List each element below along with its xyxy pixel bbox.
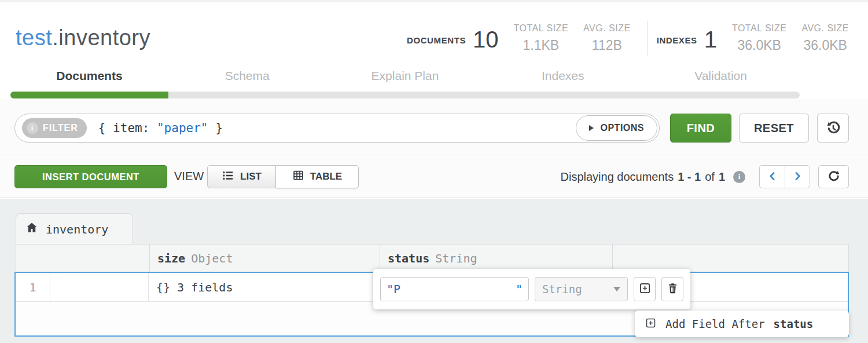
tab-schema[interactable]: Schema xyxy=(168,63,326,100)
pagination-controls: Displaying documents 1 - 1 of 1 i xyxy=(561,165,849,188)
query-string-value: "paper" xyxy=(157,121,208,135)
list-label: LIST xyxy=(240,171,262,183)
total-size-value: 36.0KB xyxy=(737,38,781,53)
tab-label: Documents xyxy=(10,63,168,89)
view-label: VIEW xyxy=(174,170,204,183)
cell-value-input[interactable]: "P " xyxy=(380,277,529,301)
home-icon xyxy=(25,221,38,237)
indexes-label: INDEXES xyxy=(657,35,697,45)
tab-active-indicator xyxy=(10,92,168,98)
reset-button[interactable]: RESET xyxy=(739,114,809,143)
avg-size-value: 112B xyxy=(592,38,622,53)
avg-size-label: AVG. SIZE xyxy=(801,23,849,34)
previous-page-button[interactable] xyxy=(759,165,785,188)
caret-down-icon xyxy=(613,287,620,291)
namespace-dot: . xyxy=(52,25,58,50)
filter-pill: i FILTER xyxy=(22,118,87,138)
view-list-button[interactable]: LIST xyxy=(207,165,276,188)
documents-toolbar: INSERT DOCUMENT VIEW LIST TABLE Displayi… xyxy=(0,155,868,198)
filter-info-icon[interactable]: i xyxy=(27,122,38,134)
collection-stats: DOCUMENTS 10 TOTAL SIZE 1.1KB AVG. SIZE … xyxy=(407,20,849,56)
filter-query-input[interactable]: { item: "paper" } xyxy=(98,121,223,135)
namespace-title: test.inventory xyxy=(16,25,150,50)
add-square-icon xyxy=(638,282,652,297)
row-number-cell: 1 xyxy=(16,273,50,301)
filter-label: FILTER xyxy=(43,123,78,133)
query-suffix: } xyxy=(208,121,222,135)
add-square-icon xyxy=(645,317,657,331)
indexes-stat: INDEXES 1 xyxy=(657,28,717,51)
column-type: String xyxy=(435,251,477,265)
page-nav xyxy=(759,165,810,188)
avg-size-value: 36.0KB xyxy=(803,38,847,53)
indexes-count: 1 xyxy=(704,28,717,51)
disclosure-triangle-icon xyxy=(589,125,594,131)
filter-input-box[interactable]: i FILTER { item: "paper" } OPTIONS xyxy=(14,114,660,143)
document-range: 1 - 1 xyxy=(678,170,701,184)
tab-indexes[interactable]: Indexes xyxy=(484,63,642,100)
trash-icon xyxy=(667,282,679,296)
compass-collection-view: test.inventory DOCUMENTS 10 TOTAL SIZE 1… xyxy=(0,0,868,343)
collection-tab-bar: Documents Schema Explain Plan Indexes Va… xyxy=(10,63,800,100)
add-field-label: Add Field After xyxy=(665,318,765,330)
query-history-button[interactable] xyxy=(817,114,849,143)
avg-size-label: AVG. SIZE xyxy=(583,23,631,34)
options-button[interactable]: OPTIONS xyxy=(576,115,657,141)
add-field-button[interactable] xyxy=(634,277,656,301)
indexes-total-size: TOTAL SIZE 36.0KB xyxy=(732,23,787,53)
column-name: status xyxy=(388,251,429,265)
type-label: String xyxy=(542,283,582,295)
table-label: TABLE xyxy=(310,171,342,183)
bson-type-dropdown[interactable]: String xyxy=(535,277,628,301)
displaying-text: Displaying documents xyxy=(561,170,674,184)
breadcrumb-label: inventory xyxy=(46,222,108,236)
add-field-target: status xyxy=(774,318,814,330)
tab-indicator xyxy=(168,92,326,98)
row-size-cell[interactable]: {} 3 fields xyxy=(149,273,379,301)
value-text: P xyxy=(393,282,400,296)
column-name: size xyxy=(157,251,185,265)
pagination-info-icon[interactable]: i xyxy=(733,171,745,183)
delete-field-button[interactable] xyxy=(661,277,683,301)
documents-total-size: TOTAL SIZE 1.1KB xyxy=(514,23,569,53)
list-icon xyxy=(222,169,234,185)
table-icon xyxy=(292,169,304,184)
tab-label: Validation xyxy=(642,63,800,89)
chevron-right-icon xyxy=(792,170,803,184)
tab-label: Explain Plan xyxy=(326,63,484,89)
database-name: test xyxy=(16,25,52,50)
cell-editor-popup: "P " String xyxy=(373,269,690,309)
breadcrumb-collection-tab[interactable]: inventory xyxy=(16,213,133,245)
table-view-area: inventory size Object status String 1 {}… xyxy=(0,199,868,343)
header-cell-empty xyxy=(16,245,149,272)
documents-label: DOCUMENTS xyxy=(407,35,466,45)
edited-value: "P xyxy=(387,282,400,296)
document-total: 1 xyxy=(719,170,725,184)
tab-label: Indexes xyxy=(484,63,642,89)
documents-avg-size: AVG. SIZE 112B xyxy=(583,23,631,53)
tab-explain-plan[interactable]: Explain Plan xyxy=(326,63,484,100)
total-size-label: TOTAL SIZE xyxy=(732,23,787,34)
tab-validation[interactable]: Validation xyxy=(642,63,800,100)
refresh-documents-button[interactable] xyxy=(818,165,849,188)
row-empty-cell[interactable] xyxy=(50,273,149,301)
indexes-avg-size: AVG. SIZE 36.0KB xyxy=(801,23,849,53)
tab-documents[interactable]: Documents xyxy=(10,63,168,100)
tab-indicator xyxy=(642,92,800,98)
insert-document-button[interactable]: INSERT DOCUMENT xyxy=(14,165,167,188)
query-prefix: { item: xyxy=(98,121,157,135)
header-cell-size: size Object xyxy=(149,245,380,272)
tab-label: Schema xyxy=(168,63,326,89)
header-cell-trailing xyxy=(612,245,848,272)
collection-name: inventory xyxy=(58,25,150,50)
find-button[interactable]: FIND xyxy=(670,114,731,143)
stats-divider xyxy=(647,21,648,56)
of-text: of xyxy=(705,170,715,184)
view-table-button[interactable]: TABLE xyxy=(276,165,359,188)
total-size-label: TOTAL SIZE xyxy=(514,23,569,34)
next-page-button[interactable] xyxy=(785,165,810,188)
open-quote: " xyxy=(387,282,393,296)
view-switcher: LIST TABLE xyxy=(207,165,359,188)
history-icon xyxy=(825,119,841,137)
add-field-after-menu-item[interactable]: Add Field After status xyxy=(635,311,849,337)
